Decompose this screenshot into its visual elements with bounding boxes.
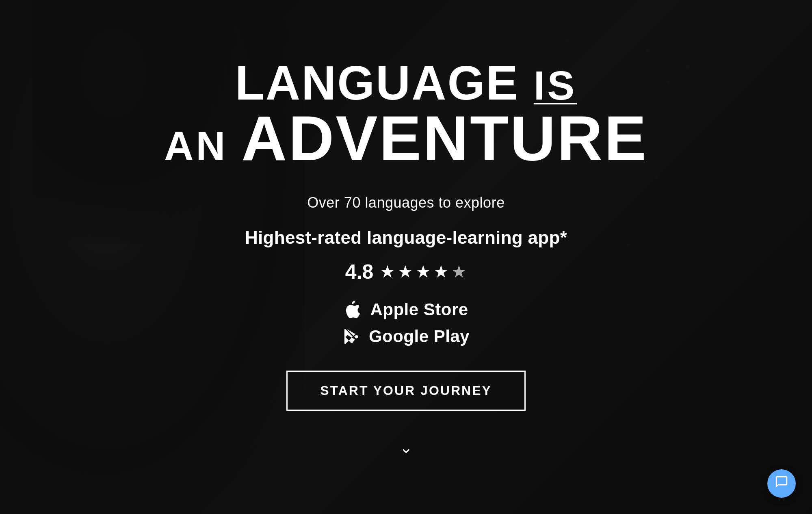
apple-logo-svg [346,301,360,318]
scroll-indicator[interactable]: ⌄ [399,439,413,455]
google-play-logo-svg [344,327,359,345]
star-3: ★ [416,262,431,282]
rating-row: 4.8 ★ ★ ★ ★ ★ [345,260,467,284]
chevron-down-icon: ⌄ [399,439,413,455]
word-language: LANGUAGE [235,56,534,110]
hero-content: LANGUAGE IS AN ADVENTURE Over 70 languag… [0,0,812,514]
hero-title-line2: AN ADVENTURE [164,107,648,170]
chat-bubble-icon [775,475,788,489]
apple-store-icon [344,300,362,319]
hero-title-line1: LANGUAGE IS [164,59,648,107]
apple-store-link[interactable]: Apple Store [344,300,468,319]
star-4: ★ [433,262,449,282]
start-journey-button[interactable]: START YOUR JOURNEY [286,371,526,411]
apple-store-label: Apple Store [370,300,468,319]
star-rating: ★ ★ ★ ★ ★ [380,262,467,282]
store-links: Apple Store Google Play [342,300,470,346]
google-play-label: Google Play [369,327,470,346]
star-1: ★ [380,262,395,282]
chat-bubble-button[interactable] [767,469,796,498]
word-is: IS [534,63,577,108]
chat-icon [775,475,788,492]
rating-number: 4.8 [345,260,374,284]
star-5-half: ★ [451,262,467,282]
word-adventure: ADVENTURE [241,103,648,174]
highest-rated-text: Highest-rated language-learning app* [245,228,567,248]
star-2: ★ [398,262,413,282]
hero-title: LANGUAGE IS AN ADVENTURE [164,59,648,170]
subtitle-text: Over 70 languages to explore [307,194,505,211]
google-play-link[interactable]: Google Play [342,327,470,346]
word-an: AN [164,123,241,169]
google-play-icon [342,327,361,345]
